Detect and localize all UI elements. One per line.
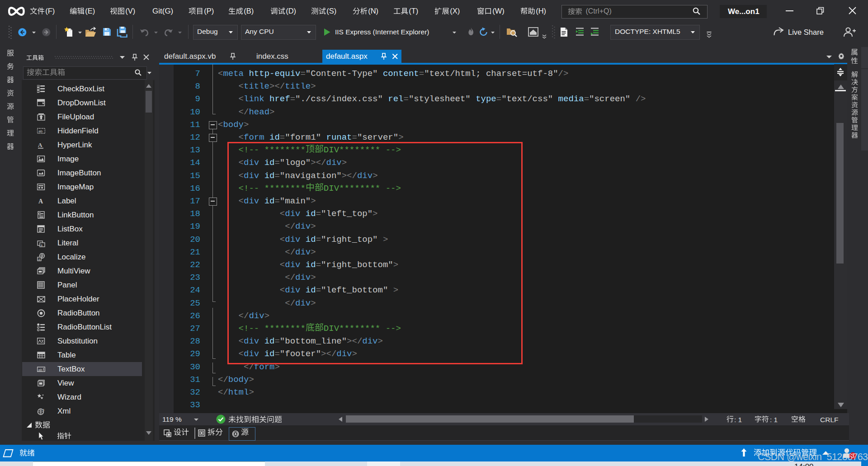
svg-text:s: s: [42, 408, 44, 411]
svg-text:A: A: [38, 141, 42, 148]
svg-text:ab: ab: [38, 129, 42, 133]
svg-text:ab: ab: [38, 368, 42, 372]
svg-text:A: A: [38, 198, 43, 205]
svg-text:a: a: [38, 258, 40, 261]
svg-text:a: a: [41, 244, 42, 247]
